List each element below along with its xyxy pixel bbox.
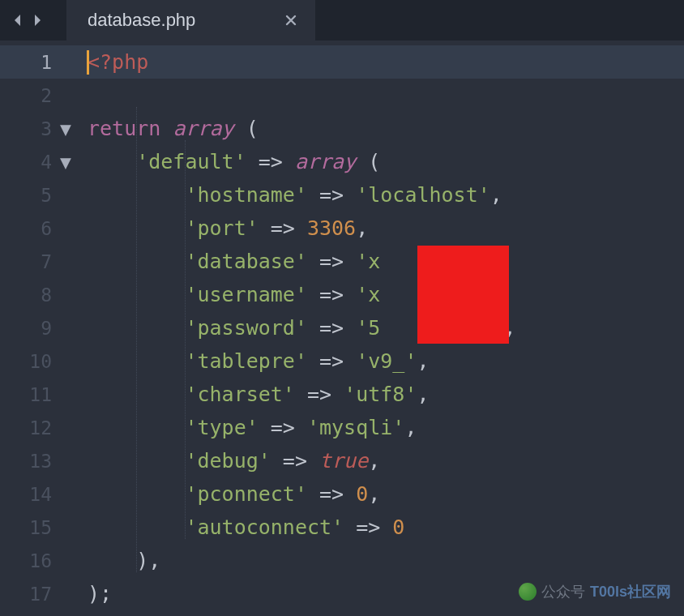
code-line: 'pconnect' => 0,	[81, 477, 684, 511]
gutter-line: 17	[0, 577, 81, 610]
code-line: 'default' => array (	[81, 145, 684, 178]
code-line: 'debug' => true,	[81, 444, 684, 477]
code-line: 'tablepre' => 'v9_',	[81, 344, 684, 378]
gutter-line: 10	[0, 344, 81, 378]
line-number: 14	[29, 484, 52, 505]
code-line: 'port' => 3306,	[81, 212, 684, 245]
tab-title: database.php	[88, 10, 195, 31]
tab-bar: database.php	[0, 0, 684, 41]
redaction-block	[417, 246, 509, 344]
line-number: 16	[29, 550, 52, 571]
gutter-line: 12	[0, 411, 81, 444]
code-line: 'username' => 'x',	[81, 278, 684, 311]
code-line: 'database' => 'x',	[81, 245, 684, 278]
gutter-line: 6	[0, 212, 81, 245]
code-line: return array (	[81, 112, 684, 145]
line-number: 13	[29, 451, 52, 472]
gutter-line: 16	[0, 544, 81, 577]
gutter-line: 2	[0, 79, 81, 112]
gutter: 123▼4▼567891011121314151617	[0, 41, 81, 616]
line-number: 15	[29, 517, 52, 538]
gutter-line: 8	[0, 278, 81, 311]
gutter-line: 15	[0, 511, 81, 544]
fold-icon[interactable]: ▼	[58, 152, 73, 173]
nav-back-icon[interactable]	[10, 12, 26, 28]
line-number: 11	[29, 384, 52, 405]
gutter-line: 11	[0, 378, 81, 411]
code-line: ),	[81, 544, 684, 577]
line-number: 7	[41, 251, 52, 272]
code-line: 'password' => '527w',	[81, 311, 684, 344]
code-line	[81, 79, 684, 112]
line-number: 2	[41, 85, 52, 106]
gutter-line: 14	[0, 477, 81, 511]
close-icon[interactable]	[284, 14, 297, 27]
line-number: 3	[41, 118, 52, 139]
line-number: 17	[29, 584, 52, 605]
gutter-line: 5	[0, 178, 81, 212]
fold-icon[interactable]: ▼	[58, 118, 73, 139]
code-line: 'autoconnect' => 0	[81, 511, 684, 544]
code-line: 'hostname' => 'localhost',	[81, 178, 684, 212]
gutter-line: 3▼	[0, 112, 81, 145]
gutter-line: 9	[0, 311, 81, 344]
gutter-line: 13	[0, 444, 81, 477]
line-number: 6	[41, 218, 52, 239]
nav-forward-icon[interactable]	[29, 12, 45, 28]
line-number: 4	[41, 152, 52, 173]
wechat-icon	[519, 583, 537, 601]
code-line: 'type' => 'mysqli',	[81, 411, 684, 444]
line-number: 1	[41, 52, 52, 73]
line-number: 5	[41, 185, 52, 206]
cursor	[87, 50, 89, 75]
gutter-line: 7	[0, 245, 81, 278]
line-number: 9	[41, 318, 52, 339]
gutter-line: 4▼	[0, 145, 81, 178]
code-line: 'charset' => 'utf8',	[81, 378, 684, 411]
editor: 123▼4▼567891011121314151617 <?php return…	[0, 41, 684, 616]
nav-arrows	[0, 0, 52, 41]
line-number: 8	[41, 284, 52, 306]
line-number: 12	[29, 417, 52, 438]
gutter-line: 1	[0, 45, 81, 79]
code-line: <?php	[81, 45, 684, 79]
line-number: 10	[29, 351, 52, 372]
code-area[interactable]: <?php return array ( 'default' => array …	[81, 41, 684, 616]
watermark: 公众号 T00ls社区网	[519, 582, 671, 601]
tab-database-php[interactable]: database.php	[66, 0, 315, 41]
